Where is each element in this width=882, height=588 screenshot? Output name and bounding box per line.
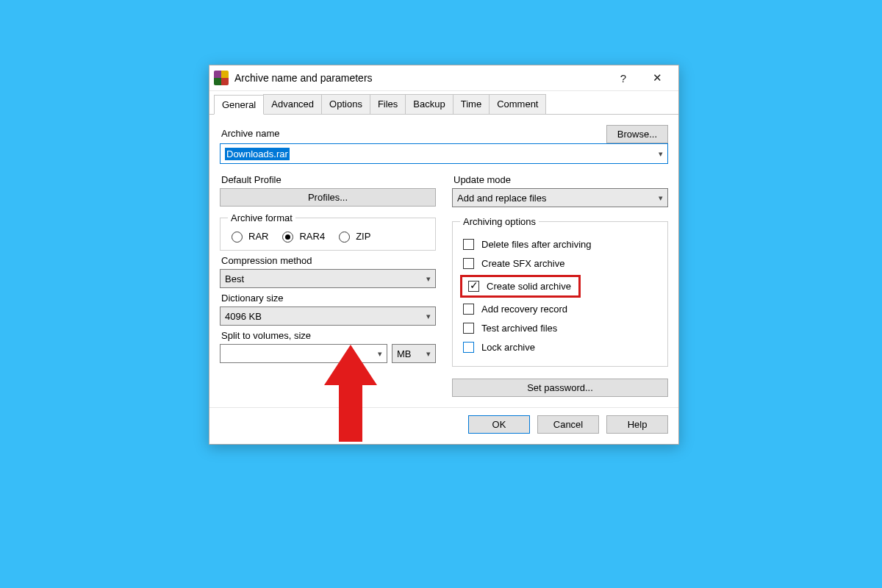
dictionary-size-label: Dictionary size [221,293,436,304]
archive-format-legend: Archive format [228,212,295,223]
format-rar[interactable]: RAR [228,229,268,243]
tab-files[interactable]: Files [370,94,406,114]
ok-button[interactable]: OK [468,415,530,434]
winrar-icon [214,71,229,85]
tab-backup[interactable]: Backup [405,94,453,114]
split-size-input[interactable]: ▾ [220,344,387,363]
tab-options[interactable]: Options [321,94,370,114]
default-profile-label: Default Profile [221,174,436,185]
archive-name-label: Archive name [221,128,598,139]
format-rar4[interactable]: RAR4 [279,229,325,243]
help-icon[interactable]: ? [606,67,640,89]
titlebar: Archive name and parameters ? ✕ [209,65,678,91]
chevron-down-icon: ▾ [659,149,663,159]
archiving-options-legend: Archiving options [460,216,539,227]
chevron-down-icon: ▾ [426,349,431,359]
opt-sfx[interactable]: Create SFX archive [460,256,660,271]
tab-strip: General Advanced Options Files Backup Ti… [209,91,678,115]
opt-solid[interactable]: Create solid archive [465,279,571,294]
close-icon[interactable]: ✕ [640,67,674,89]
browse-button[interactable]: Browse... [606,125,668,143]
split-unit-select[interactable]: MB ▾ [392,344,436,363]
opt-solid-highlight: Create solid archive [460,275,581,298]
tab-general[interactable]: General [214,95,264,115]
archiving-options-group: Archiving options Delete files after arc… [452,216,668,367]
dialog-title: Archive name and parameters [234,72,606,84]
tab-comment[interactable]: Comment [489,94,546,114]
help-button[interactable]: Help [606,415,668,434]
update-mode-label: Update mode [453,174,668,185]
set-password-button[interactable]: Set password... [452,379,668,397]
tab-time[interactable]: Time [453,94,490,114]
archive-name-value: Downloads.rar [225,148,290,160]
format-zip[interactable]: ZIP [335,229,370,243]
dialog-body: Archive name Browse... Downloads.rar ▾ D… [209,115,678,403]
opt-delete-after[interactable]: Delete files after archiving [460,237,660,252]
opt-lock[interactable]: Lock archive [460,340,660,355]
dialog-buttons: OK Cancel Help [209,407,678,444]
split-unit-value: MB [397,348,412,359]
chevron-down-icon: ▾ [426,274,431,284]
chevron-down-icon: ▾ [426,312,431,321]
profiles-button[interactable]: Profiles... [220,188,436,207]
update-mode-value: Add and replace files [457,193,546,204]
update-mode-select[interactable]: Add and replace files ▾ [452,188,668,207]
dictionary-size-select[interactable]: 4096 KB ▾ [220,306,436,326]
compression-method-select[interactable]: Best ▾ [220,269,436,288]
compression-method-value: Best [225,273,244,284]
cancel-button[interactable]: Cancel [537,415,599,434]
split-volumes-label: Split to volumes, size [221,330,436,341]
opt-test[interactable]: Test archived files [460,320,660,336]
archive-format-group: Archive format RAR RAR4 ZIP [220,212,436,251]
archive-name-input[interactable]: Downloads.rar ▾ [220,143,668,164]
tab-advanced[interactable]: Advanced [263,94,322,114]
chevron-down-icon: ▾ [378,349,382,359]
compression-method-label: Compression method [221,255,436,266]
dictionary-size-value: 4096 KB [225,311,262,322]
opt-recovery[interactable]: Add recovery record [460,301,660,317]
archive-dialog: Archive name and parameters ? ✕ General … [209,65,679,445]
chevron-down-icon: ▾ [659,193,663,203]
